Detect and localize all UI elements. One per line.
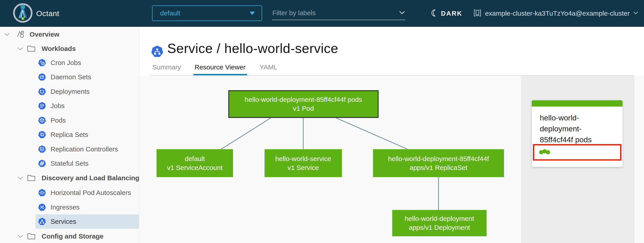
sidebar-item-stateful-sets[interactable]: Stateful Sets — [35, 156, 139, 171]
caret-down-icon — [250, 12, 255, 15]
graph-node-serviceaccount[interactable]: default v1 ServiceAccount — [156, 149, 233, 177]
graph-node-pod[interactable]: hello-world-deployment-85ff4cf44f pods v… — [228, 90, 378, 118]
theme-toggle[interactable]: DARK — [430, 0, 462, 27]
ingress-icon — [38, 203, 46, 211]
chevron-down-icon — [18, 176, 23, 180]
tab-yaml[interactable]: YAML — [260, 63, 277, 71]
chevron-down-icon — [4, 33, 10, 36]
app-title: Octant — [36, 9, 59, 18]
header-bar: Octant default DARK — [0, 0, 644, 27]
sidebar-item-services[interactable]: Services — [35, 215, 139, 229]
statefulset-icon — [38, 160, 46, 168]
octant-logo-icon — [12, 3, 33, 24]
theme-label: DARK — [441, 10, 462, 17]
sidebar-item-ingresses[interactable]: Ingresses — [35, 200, 139, 215]
graph-node-deployment[interactable]: hello-world-deployment apps/v1 Deploymen… — [392, 210, 486, 236]
sidebar-item-overview[interactable]: Overview — [0, 27, 139, 41]
pod-detail-card[interactable]: hello-world-deployment-85ff4cf44f pods — [532, 100, 622, 167]
sidebar-item-cron-jobs[interactable]: Cron Jobs — [35, 56, 139, 70]
chevron-down-icon — [18, 47, 23, 50]
chevron-down-icon — [633, 11, 638, 15]
namespace-value: default — [160, 9, 250, 17]
hpa-icon — [38, 189, 46, 197]
folder-icon — [27, 174, 36, 183]
tab-resource-viewer[interactable]: Resource Viewer — [194, 63, 246, 71]
daemonset-icon — [38, 73, 46, 81]
sidebar-item-workloads[interactable]: Workloads — [0, 41, 139, 56]
sidebar-item-replication-controllers[interactable]: Replication Controllers — [35, 142, 139, 156]
folder-icon — [27, 232, 36, 241]
pod-status-dots — [539, 150, 549, 154]
label-filter[interactable] — [272, 6, 405, 20]
chevron-down-icon — [18, 235, 23, 238]
moon-icon — [430, 9, 438, 18]
sidebar-item-horizontal-pod-autoscalers[interactable]: Horizontal Pod Autoscalers — [35, 186, 139, 200]
page-title: Service / hello-world-service — [167, 41, 338, 56]
sidebar-item-discovery-and-load-balancing[interactable]: Discovery and Load Balancing — [0, 171, 139, 185]
applications-icon — [16, 30, 25, 39]
sidebar-nav: Overview Workloads Cron Jobs — [0, 27, 139, 243]
resource-graph-canvas[interactable]: hello-world-deployment-85ff4cf44f pods v… — [139, 76, 521, 243]
sidebar-item-daemon-sets[interactable]: Daemon Sets — [35, 70, 139, 84]
sidebar-item-pods[interactable]: Pods — [35, 113, 139, 128]
service-icon — [151, 45, 163, 58]
job-icon — [38, 102, 46, 110]
sidebar-item-replica-sets[interactable]: Replica Sets — [35, 128, 139, 142]
chevron-down-icon — [399, 11, 405, 15]
cluster-context-value: example-cluster-ka3TuTzYo4a@example-clus… — [485, 9, 630, 17]
service-icon — [38, 218, 46, 226]
brand: Octant — [12, 3, 59, 24]
sidebar-item-config-and-storage[interactable]: Config and Storage — [0, 229, 139, 243]
replicaset-icon — [38, 131, 46, 139]
pod-status-dot — [542, 149, 547, 153]
replicationcontroller-icon — [38, 145, 46, 153]
tab-summary[interactable]: Summary — [152, 63, 181, 71]
pod-icon — [38, 116, 46, 124]
graph-node-service[interactable]: hello-world-service v1 Service — [264, 149, 342, 177]
card-title: hello-world-deployment-85ff4cf44f pods — [540, 112, 610, 145]
graph-node-replicaset[interactable]: hello-world-deployment-85ff4cf44f apps/v… — [373, 149, 504, 177]
deployment-icon — [38, 88, 46, 96]
label-filter-input[interactable] — [272, 6, 399, 19]
sidebar-item-deployments[interactable]: Deployments — [35, 84, 139, 99]
cronjob-icon — [38, 59, 46, 67]
cluster-context-select[interactable]: example-cluster-ka3TuTzYo4a@example-clus… — [474, 0, 638, 27]
sidebar-item-jobs[interactable]: Jobs — [35, 99, 139, 113]
octant-app: Octant default DARK — [0, 0, 644, 243]
cluster-icon — [474, 8, 482, 18]
namespace-select[interactable]: default — [152, 5, 262, 21]
panel-scrollbar-track — [634, 76, 644, 243]
folder-icon — [27, 44, 36, 53]
detail-panel: hello-world-deployment-85ff4cf44f pods — [521, 76, 644, 243]
card-status-header — [532, 100, 622, 107]
pod-status-box[interactable] — [533, 144, 622, 161]
